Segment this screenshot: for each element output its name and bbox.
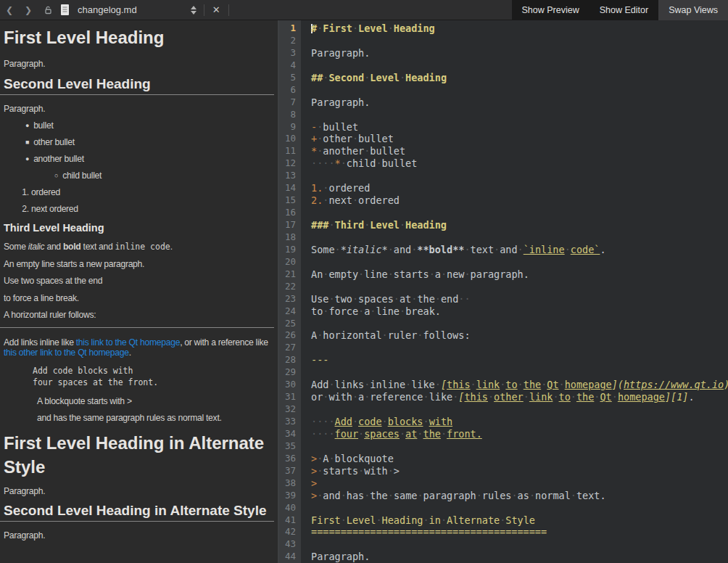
editor-line[interactable]: 40 — [279, 502, 728, 514]
editor-line[interactable]: 6 — [279, 84, 728, 96]
editor-line[interactable]: 30Add·links·inline·like·[this·link·to·th… — [279, 379, 728, 391]
editor-line[interactable]: 11*·another·bullet — [279, 145, 728, 157]
editor-line[interactable]: 37>·starts·with·> — [279, 465, 728, 477]
line-number: 13 — [279, 170, 301, 182]
editor-line[interactable]: 31or·with·a·reference·like·[this·other·l… — [279, 391, 728, 403]
editor-line[interactable]: 38> — [279, 477, 728, 490]
styles-paragraph: Some italic and bold text and inline cod… — [4, 242, 270, 252]
editor-line[interactable]: 23Use·two·spaces·at·the·end·· — [279, 293, 728, 305]
preview-paragraph: to force a line break. — [4, 293, 270, 303]
editor-line[interactable]: 28--- — [279, 354, 728, 366]
line-number: 11 — [279, 145, 301, 157]
line-number: 19 — [279, 244, 301, 256]
editor-line[interactable]: 141.·ordered — [279, 182, 728, 194]
editor-line[interactable]: 8 — [279, 109, 728, 121]
preview-h3: Third Level Heading — [4, 222, 270, 234]
editor-line[interactable]: 25 — [279, 318, 728, 330]
file-tab-title[interactable]: changelog.md — [78, 4, 137, 15]
qt-homepage-link[interactable]: this link to the Qt homepage — [76, 337, 180, 348]
line-number: 32 — [279, 403, 301, 416]
line-number: 42 — [279, 526, 301, 538]
list-item: ordered — [31, 187, 270, 197]
forward-icon[interactable]: ❯ — [19, 5, 38, 15]
swap-views-button[interactable]: Swap Views — [658, 0, 728, 20]
editor-line[interactable]: 34····four·spaces·at·the·front. — [279, 428, 728, 440]
close-document-icon[interactable]: ✕ — [209, 4, 224, 15]
line-number: 8 — [279, 109, 301, 121]
editor-line[interactable]: 4 — [279, 59, 728, 72]
line-number: 24 — [279, 305, 301, 318]
editor-line[interactable]: 12····*·child·bullet — [279, 157, 728, 170]
editor-line[interactable]: 21An·empty·line·starts·a·new·paragraph. — [279, 268, 728, 281]
qt-homepage-reference-link[interactable]: this other link to the Qt homepage — [4, 348, 129, 358]
editor-line[interactable]: 41First·Level·Heading·in·Alternate·Style — [279, 514, 728, 527]
line-number: 6 — [279, 84, 301, 96]
line-number: 25 — [279, 318, 301, 330]
heading-ruler — [0, 94, 274, 95]
pane-splitter[interactable] — [274, 20, 279, 563]
line-number: 35 — [279, 440, 301, 453]
editor-line[interactable]: 19Some·*italic*·and·**bold**·text·and·`i… — [279, 244, 728, 256]
editor-line[interactable]: 18 — [279, 231, 728, 244]
blockquote-line: A blockquote starts with > — [37, 396, 270, 406]
editor-line[interactable]: 42======================================… — [279, 526, 728, 538]
line-number: 15 — [279, 194, 301, 207]
editor-line[interactable]: 27 — [279, 342, 728, 354]
preview-paragraph: Use two spaces at the end — [4, 276, 270, 286]
preview-paragraph: Paragraph. — [4, 104, 270, 114]
editor-line[interactable]: 9-·bullet — [279, 121, 728, 133]
editor-line[interactable]: 44Paragraph. — [279, 551, 728, 563]
editor-line[interactable]: 26A·horizontal·ruler·follows: — [279, 329, 728, 342]
line-number: 30 — [279, 379, 301, 391]
list-item: other bullet — [25, 137, 270, 147]
markdown-source-editor[interactable]: 1#·First·Level·Heading23Paragraph.45##·S… — [279, 20, 728, 563]
editor-line[interactable]: 152.·next·ordered — [279, 194, 728, 207]
editor-line[interactable]: 3Paragraph. — [279, 47, 728, 59]
editor-line[interactable]: 32 — [279, 403, 728, 416]
line-number: 7 — [279, 96, 301, 109]
view-toggle-group: Show Preview Show Editor — [512, 0, 659, 20]
editor-line[interactable]: 16 — [279, 207, 728, 219]
line-number: 22 — [279, 281, 301, 293]
split-selector-icon[interactable] — [188, 6, 199, 15]
line-number: 20 — [279, 256, 301, 268]
blockquote-line: and has the same paragraph rules as norm… — [37, 413, 270, 423]
editor-line[interactable]: 17###·Third·Level·Heading — [279, 219, 728, 231]
show-preview-button[interactable]: Show Preview — [512, 0, 590, 20]
editor-line[interactable]: 20 — [279, 256, 728, 268]
line-number: 43 — [279, 538, 301, 551]
line-number: 18 — [279, 231, 301, 244]
editor-line[interactable]: 36>·A·blockquote — [279, 453, 728, 465]
show-editor-button[interactable]: Show Editor — [590, 0, 658, 20]
editor-line[interactable]: 22 — [279, 281, 728, 293]
bold-text: bold — [63, 242, 81, 252]
editor-line[interactable]: 33····Add·code·blocks·with — [279, 416, 728, 428]
editor-line[interactable]: 43 — [279, 538, 728, 551]
markdown-preview-pane: First Level Heading Paragraph. Second Le… — [0, 20, 274, 563]
document-icon — [59, 4, 70, 16]
editor-line[interactable]: 35 — [279, 440, 728, 453]
editor-line[interactable]: 24to·force·a·line·break. — [279, 305, 728, 318]
line-number: 21 — [279, 268, 301, 281]
ordered-list: ordered next ordered — [4, 187, 270, 214]
line-number: 31 — [279, 391, 301, 403]
editor-line[interactable]: 2 — [279, 35, 728, 47]
editor-line[interactable]: 29 — [279, 366, 728, 379]
editor-line[interactable]: 39>·and·has·the·same·paragraph·rules·as·… — [279, 490, 728, 502]
preview-h2: Second Level Heading — [4, 76, 270, 92]
editor-line[interactable]: 7Paragraph. — [279, 96, 728, 109]
line-number: 29 — [279, 366, 301, 379]
list-item: another bullet child bullet — [25, 154, 270, 181]
editor-line[interactable]: 10+·other·bullet — [279, 133, 728, 145]
editor-line[interactable]: 5##·Second·Level·Heading — [279, 72, 728, 84]
line-number: 23 — [279, 293, 301, 305]
editor-line[interactable]: 1#·First·Level·Heading — [279, 22, 728, 35]
list-item: next ordered — [31, 204, 270, 214]
lock-open-icon[interactable] — [44, 5, 54, 15]
line-number: 26 — [279, 329, 301, 342]
links-paragraph: Add links inline like this link to the Q… — [4, 337, 270, 358]
editor-line[interactable]: 13 — [279, 170, 728, 182]
line-number: 39 — [279, 490, 301, 502]
back-icon[interactable]: ❮ — [0, 5, 19, 15]
line-number: 40 — [279, 502, 301, 514]
